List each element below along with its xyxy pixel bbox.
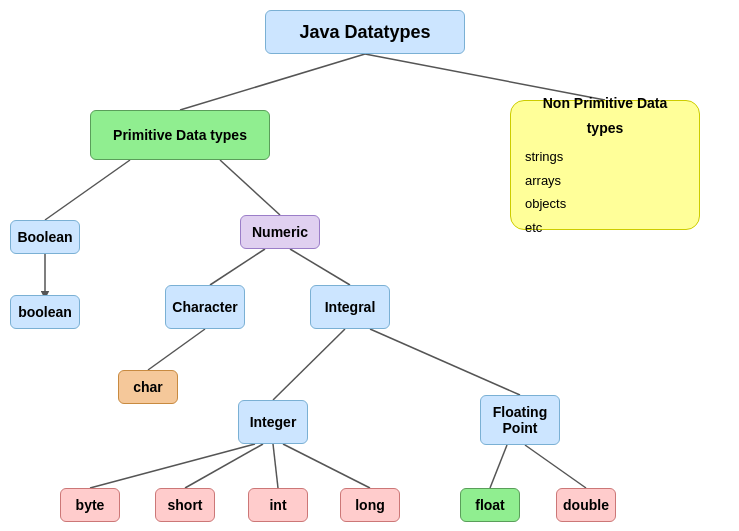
svg-line-5: [210, 249, 265, 285]
boolean-node: Boolean: [10, 220, 80, 254]
non-primitive-title: Non Primitive Data types: [525, 91, 685, 141]
svg-line-0: [180, 54, 365, 110]
svg-line-3: [220, 160, 280, 215]
svg-line-6: [290, 249, 350, 285]
svg-line-10: [90, 444, 255, 488]
boolean-val-label: boolean: [18, 304, 72, 320]
svg-line-14: [490, 445, 507, 488]
svg-line-7: [148, 329, 205, 370]
numeric-label: Numeric: [252, 224, 308, 240]
svg-line-2: [45, 160, 130, 220]
floating-label: Floating Point: [489, 404, 551, 436]
svg-line-8: [273, 329, 345, 400]
svg-line-15: [525, 445, 586, 488]
integral-label: Integral: [325, 299, 376, 315]
float-node: float: [460, 488, 520, 522]
non-primitive-item-etc: etc: [525, 216, 542, 239]
primitive-label: Primitive Data types: [113, 127, 247, 143]
boolean-val-node: boolean: [10, 295, 80, 329]
numeric-node: Numeric: [240, 215, 320, 249]
non-primitive-item-objects: objects: [525, 192, 566, 215]
character-label: Character: [172, 299, 237, 315]
svg-line-11: [185, 444, 263, 488]
char-node: char: [118, 370, 178, 404]
integer-node: Integer: [238, 400, 308, 444]
byte-node: byte: [60, 488, 120, 522]
char-label: char: [133, 379, 163, 395]
non-primitive-item-strings: strings: [525, 145, 563, 168]
short-label: short: [168, 497, 203, 513]
int-label: int: [269, 497, 286, 513]
double-node: double: [556, 488, 616, 522]
java-root-node: Java Datatypes: [265, 10, 465, 54]
non-primitive-item-arrays: arrays: [525, 169, 561, 192]
primitive-node: Primitive Data types: [90, 110, 270, 160]
boolean-label: Boolean: [17, 229, 72, 245]
java-root-label: Java Datatypes: [299, 22, 430, 43]
float-label: float: [475, 497, 505, 513]
integer-label: Integer: [250, 414, 297, 430]
non-primitive-node: Non Primitive Data types strings arrays …: [510, 100, 700, 230]
long-label: long: [355, 497, 385, 513]
svg-line-13: [283, 444, 370, 488]
int-node: int: [248, 488, 308, 522]
floating-point-node: Floating Point: [480, 395, 560, 445]
short-node: short: [155, 488, 215, 522]
byte-label: byte: [76, 497, 105, 513]
svg-line-12: [273, 444, 278, 488]
integral-node: Integral: [310, 285, 390, 329]
diagram: Java Datatypes Primitive Data types Non …: [0, 0, 739, 531]
character-node: Character: [165, 285, 245, 329]
svg-line-9: [370, 329, 520, 395]
double-label: double: [563, 497, 609, 513]
long-node: long: [340, 488, 400, 522]
